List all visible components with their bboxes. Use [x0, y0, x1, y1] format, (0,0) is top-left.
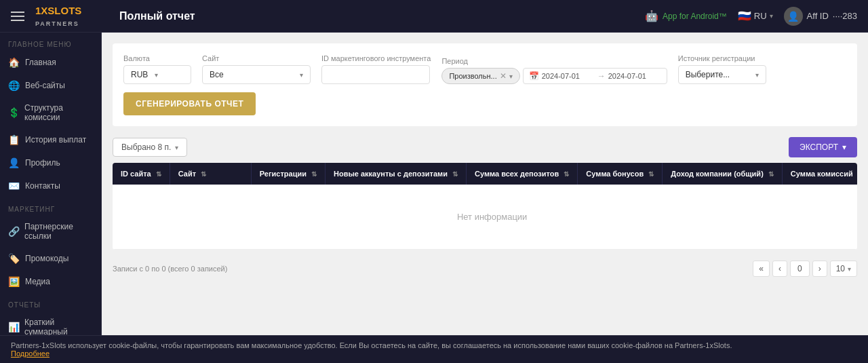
page-title: Полный отчет: [119, 10, 195, 22]
language-selector[interactable]: 🇷🇺 RU ▾: [738, 9, 773, 22]
site-select[interactable]: Все ▾: [202, 65, 311, 84]
user-avatar-icon: 👤: [784, 7, 803, 26]
columns-label: Выбрано 8 п.: [121, 142, 171, 152]
payouts-icon: 📋: [8, 134, 20, 145]
sidebar: ГЛАВНОЕ МЕНЮ 🏠 Главная 🌐 Веб-сайты 💲 Стр…: [0, 33, 102, 335]
sort-icon-registrations: ⇅: [311, 170, 317, 178]
col-site[interactable]: Сайт ⇅: [170, 163, 251, 185]
android-icon: 🤖: [645, 9, 658, 22]
sidebar-item-payouts[interactable]: 📋 История выплат: [0, 128, 101, 151]
marketing-id-label: ID маркетингового инструмента: [321, 54, 431, 62]
lang-label: RU: [754, 11, 767, 21]
columns-chevron-icon: ▾: [175, 144, 178, 151]
sidebar-label-payouts: История выплат: [25, 135, 86, 145]
aff-id-section[interactable]: 👤 Aff ID ····283: [784, 7, 857, 26]
pagination: Записи с 0 по 0 (всего 0 записей) « ‹ 0 …: [113, 258, 857, 280]
sidebar-item-home[interactable]: 🏠 Главная: [0, 51, 101, 74]
per-page-select[interactable]: 10 ▾: [830, 261, 857, 277]
nav-right: 🤖 App for Android™ 🇷🇺 RU ▾ 👤 Aff ID ····…: [645, 7, 857, 26]
period-filter-group: Период Произвольн... ✕ ▾ 📅 →: [441, 57, 667, 84]
sidebar-section-reports: ОТЧЕТЫ: [0, 293, 101, 311]
cookie-notice: Partners-1xSlots использует cookie-файлы…: [0, 335, 868, 363]
currency-label: Валюта: [123, 54, 191, 62]
hamburger-menu[interactable]: [11, 12, 24, 21]
sort-icon-company-revenue: ⇅: [768, 170, 774, 178]
generate-report-button[interactable]: СГЕНЕРИРОВАТЬ ОТЧЕТ: [123, 92, 256, 115]
media-icon: 🖼️: [8, 276, 20, 287]
site-value: Все: [210, 70, 224, 79]
marketing-id-filter-group: ID маркетингового инструмента: [321, 54, 431, 84]
period-chip[interactable]: Произвольн... ✕ ▾: [441, 68, 519, 84]
sidebar-label-partner-links: Партнерские ссылки: [24, 222, 93, 241]
main-layout: ГЛАВНОЕ МЕНЮ 🏠 Главная 🌐 Веб-сайты 💲 Стр…: [0, 33, 868, 335]
next-page-button[interactable]: ›: [812, 261, 827, 277]
col-registrations[interactable]: Регистрации ⇅: [251, 163, 325, 185]
top-navigation: 1XSLOTSPARTNERS Полный отчет 🤖 App for A…: [0, 0, 868, 33]
sidebar-item-commission[interactable]: 💲 Структура комиссии: [0, 97, 101, 128]
currency-chevron-icon: ▾: [155, 71, 158, 79]
site-label: Сайт: [202, 54, 311, 62]
period-chip-chevron-icon: ▾: [509, 73, 513, 80]
sidebar-item-websites[interactable]: 🌐 Веб-сайты: [0, 74, 101, 97]
first-page-button[interactable]: «: [753, 261, 770, 277]
sidebar-item-media[interactable]: 🖼️ Медиа: [0, 270, 101, 293]
source-placeholder: Выберите...: [686, 70, 730, 79]
profile-icon: 👤: [8, 157, 20, 168]
android-app-button[interactable]: 🤖 App for Android™: [645, 9, 727, 22]
columns-select[interactable]: Выбрано 8 п. ▾: [113, 138, 187, 157]
sort-icon-site: ⇅: [201, 170, 206, 178]
sidebar-item-brief[interactable]: 📊 Краткий суммарный: [0, 311, 101, 335]
table-toolbar: Выбрано 8 п. ▾ ЭКСПОРТ ▾: [113, 137, 857, 157]
sort-icon-site-id: ⇅: [156, 170, 161, 178]
marketing-id-input[interactable]: [321, 65, 430, 84]
date-range-picker[interactable]: 📅 →: [523, 68, 667, 84]
sidebar-label-home: Главная: [25, 58, 56, 67]
sidebar-item-promo[interactable]: 🏷️ Промокоды: [0, 247, 101, 270]
col-site-id[interactable]: ID сайта ⇅: [113, 163, 170, 185]
sidebar-item-contacts[interactable]: ✉️ Контакты: [0, 174, 101, 197]
main-content: Валюта RUB ▾ Сайт Все ▾ ID маркетинго: [102, 33, 868, 335]
sidebar-label-brief: Краткий суммарный: [24, 318, 93, 335]
android-label: App for Android™: [663, 12, 727, 21]
sidebar-item-profile[interactable]: 👤 Профиль: [0, 151, 101, 174]
aff-id-value: ····283: [833, 11, 857, 21]
home-icon: 🏠: [8, 57, 20, 68]
promo-icon: 🏷️: [8, 253, 20, 264]
currency-filter-group: Валюта RUB ▾: [123, 54, 191, 84]
source-filter-group: Источник регистрации Выберите... ▾: [678, 54, 766, 84]
prev-page-button[interactable]: ‹: [772, 261, 787, 277]
col-company-revenue[interactable]: Доход компании (общий) ⇅: [663, 163, 783, 185]
col-total-deposits[interactable]: Сумма всех депозитов ⇅: [467, 163, 578, 185]
source-select[interactable]: Выберите... ▾: [678, 65, 766, 84]
site-chevron-icon: ▾: [300, 71, 303, 79]
export-button[interactable]: ЭКСПОРТ ▾: [789, 137, 857, 157]
sidebar-item-partner-links[interactable]: 🔗 Партнерские ссылки: [0, 216, 101, 247]
per-page-value: 10: [836, 264, 845, 273]
site-filter-group: Сайт Все ▾: [202, 54, 311, 84]
sidebar-label-profile: Профиль: [25, 158, 60, 168]
nav-left: 1XSLOTSPARTNERS Полный отчет: [11, 4, 195, 28]
cookie-details-link[interactable]: Подробнее: [11, 349, 50, 358]
aff-id-label: Aff ID: [807, 11, 829, 21]
period-controls: Произвольн... ✕ ▾ 📅 →: [441, 68, 667, 84]
date-from-input[interactable]: [542, 72, 595, 80]
current-page: 0: [790, 261, 810, 277]
websites-icon: 🌐: [8, 80, 20, 91]
brief-report-icon: 📊: [8, 322, 19, 332]
sort-icon-new-accounts: ⇅: [452, 170, 458, 178]
col-new-accounts[interactable]: Новые аккаунты с депозитами ⇅: [325, 163, 466, 185]
date-arrow-icon: →: [597, 71, 606, 81]
date-to-input[interactable]: [608, 72, 661, 80]
col-commissions[interactable]: Сумма комиссий ⇅: [782, 163, 857, 185]
sidebar-label-media: Медиа: [25, 277, 50, 286]
per-page-chevron-icon: ▾: [848, 265, 851, 273]
pagination-info: Записи с 0 по 0 (всего 0 записей): [113, 265, 227, 273]
currency-select[interactable]: RUB ▾: [123, 65, 191, 84]
table-header-row: ID сайта ⇅ Сайт ⇅ Регистрации ⇅ Новые: [113, 163, 857, 185]
sidebar-section-main: ГЛАВНОЕ МЕНЮ: [0, 33, 101, 51]
period-chip-close-icon[interactable]: ✕: [500, 71, 507, 81]
report-table: ID сайта ⇅ Сайт ⇅ Регистрации ⇅ Новые: [113, 163, 857, 250]
col-bonus[interactable]: Сумма бонусов ⇅: [578, 163, 663, 185]
cookie-text: Partners-1xSlots использует cookie-файлы…: [11, 341, 732, 349]
export-chevron-icon: ▾: [842, 142, 846, 152]
